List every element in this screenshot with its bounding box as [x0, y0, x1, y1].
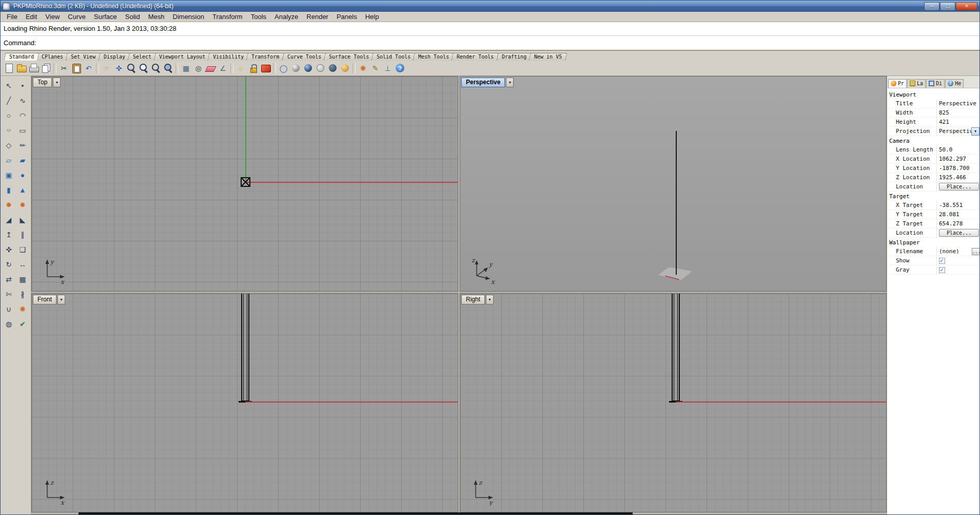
app-icon[interactable]	[3, 3, 10, 10]
explode-tool[interactable]: ✺	[16, 302, 29, 316]
maximize-button[interactable]: □	[940, 2, 955, 11]
show-checkbox[interactable]	[939, 258, 945, 264]
tab-new-in-v5[interactable]: New in V5	[528, 53, 567, 61]
undo-icon[interactable]: ↶	[83, 62, 94, 74]
zoom-extents-icon[interactable]	[150, 62, 162, 74]
sphere-tool[interactable]: ●	[16, 168, 29, 182]
join-tool[interactable]: ∪	[2, 302, 15, 316]
options-icon[interactable]: ✺	[357, 62, 369, 74]
viewport-right[interactable]: Right ▼ z y	[460, 293, 887, 512]
delete-icon[interactable]	[205, 62, 217, 74]
menu-mesh[interactable]: Mesh	[144, 12, 169, 21]
menu-help[interactable]: Help	[361, 12, 383, 21]
scale-tool[interactable]: ↔	[16, 257, 29, 271]
help-icon[interactable]	[394, 62, 406, 74]
ellipse-tool[interactable]: ○	[2, 125, 15, 135]
paste-icon[interactable]	[70, 62, 82, 74]
array-tool[interactable]: ▦	[16, 272, 29, 286]
point-tool[interactable]: •	[16, 79, 29, 92]
show-tool[interactable]: ✔	[16, 317, 29, 331]
raytrace-display-icon[interactable]	[339, 62, 351, 74]
zoom-selected-icon[interactable]	[162, 62, 174, 74]
menu-tools[interactable]: Tools	[247, 12, 270, 21]
arc-tool[interactable]: ◠	[16, 108, 29, 122]
viewport-menu-perspective[interactable]: ▼	[506, 78, 514, 87]
print-icon[interactable]	[28, 62, 40, 74]
zoom-window-icon[interactable]	[138, 62, 149, 74]
offset-tool[interactable]: ∥	[16, 227, 29, 241]
measure-icon[interactable]: ∠	[217, 62, 229, 74]
viewport-top[interactable]: Top ▼ y x	[31, 76, 458, 292]
viewport-width-value[interactable]: 825	[936, 108, 979, 117]
target-place-button[interactable]: Place...	[939, 229, 979, 237]
extrude-tool[interactable]: ↥	[2, 227, 15, 241]
move-view-icon[interactable]: ✜	[113, 62, 125, 74]
box-tool[interactable]: ▣	[2, 168, 15, 182]
xray-display-icon[interactable]	[327, 62, 339, 74]
copy-file-icon[interactable]	[40, 62, 52, 74]
tab-drafting[interactable]: Drafting	[496, 53, 532, 61]
curve-tool[interactable]: ∿	[16, 93, 29, 107]
shaded-display-icon[interactable]	[290, 62, 302, 74]
tab-standard[interactable]: Standard	[4, 53, 39, 61]
mirror-tool[interactable]: ⇄	[2, 272, 15, 286]
copy-tool[interactable]: ❏	[16, 242, 29, 256]
loft-tool[interactable]: ▰	[16, 153, 29, 167]
menu-panels[interactable]: Panels	[332, 12, 361, 21]
menu-surface[interactable]: Surface	[90, 12, 121, 21]
object-snap-icon[interactable]: ◎	[192, 62, 204, 74]
gray-checkbox[interactable]	[939, 267, 945, 273]
viewport-menu-right[interactable]: ▼	[486, 295, 494, 304]
filename-browse-button[interactable]: ...	[972, 248, 979, 255]
tab-cplanes[interactable]: CPlanes	[36, 53, 69, 61]
polygon-tool[interactable]: ◇	[2, 138, 15, 152]
minimize-button[interactable]: −	[924, 2, 939, 11]
lens-length-value[interactable]: 50.0	[936, 145, 979, 154]
tab-render-tools[interactable]: Render Tools	[452, 53, 499, 61]
surface-plane-tool[interactable]: ▱	[2, 153, 15, 167]
x-target-value[interactable]: -38.551	[936, 201, 979, 209]
z-target-value[interactable]: 654.278	[936, 219, 979, 228]
viewport-title-top[interactable]: Top	[33, 78, 52, 87]
select-tool[interactable]: ↖	[2, 79, 15, 92]
rendered-display-icon[interactable]	[302, 62, 314, 74]
script-editor-icon[interactable]: ✎	[369, 62, 381, 74]
z-location-value[interactable]: 1925.466	[936, 173, 979, 182]
cut-icon[interactable]: ✂	[58, 62, 70, 74]
circle-tool[interactable]: ○	[2, 108, 15, 122]
viewport-height-value[interactable]: 421	[936, 118, 979, 126]
viewport-title-right[interactable]: Right	[461, 295, 485, 304]
command-input[interactable]: Command:	[1, 36, 979, 51]
x-location-value[interactable]: 1062.297	[936, 155, 979, 163]
tab-set-view[interactable]: Set View	[66, 53, 101, 61]
tab-viewport-layout[interactable]: Viewport Layout	[153, 53, 211, 61]
cone-tool[interactable]: ▲	[16, 183, 29, 197]
viewport-menu-top[interactable]: ▼	[53, 78, 61, 87]
menu-render[interactable]: Render	[302, 12, 332, 21]
viewport-perspective[interactable]: Perspective ▼ z y x	[460, 76, 887, 292]
boolean-union-tool[interactable]: ✹	[2, 198, 15, 212]
tab-visibility[interactable]: Visibility	[207, 53, 249, 61]
projection-dropdown[interactable]: ▼	[971, 127, 979, 136]
tab-select[interactable]: Select	[127, 53, 156, 61]
render-icon[interactable]	[260, 62, 271, 74]
fillet-tool[interactable]: ◢	[2, 213, 15, 226]
boolean-difference-tool[interactable]: ✸	[16, 198, 29, 212]
hide-tool[interactable]: ◍	[2, 317, 15, 331]
menu-analyze[interactable]: Analyze	[270, 12, 302, 21]
camera-place-button[interactable]: Place...	[939, 183, 979, 190]
viewport-title-value[interactable]: Perspective	[936, 99, 979, 108]
cylinder-tool[interactable]: ▮	[2, 183, 15, 197]
wireframe-display-icon[interactable]: ◯	[278, 62, 289, 74]
tab-mesh-tools[interactable]: Mesh Tools	[413, 53, 455, 61]
viewport-front[interactable]: Front ▼ z x	[31, 293, 458, 512]
zoom-dynamic-icon[interactable]	[125, 62, 137, 74]
menu-solid[interactable]: Solid	[121, 12, 144, 21]
menu-file[interactable]: File	[3, 12, 22, 21]
lock-objects-icon[interactable]	[247, 62, 259, 74]
menu-transform[interactable]: Transform	[208, 12, 247, 21]
panel-tab-layers[interactable]: La	[907, 79, 926, 88]
spotlight-icon[interactable]: ☼	[235, 62, 247, 74]
tab-transform[interactable]: Transform	[246, 53, 285, 61]
polyline-tool[interactable]: ╱	[2, 93, 15, 107]
